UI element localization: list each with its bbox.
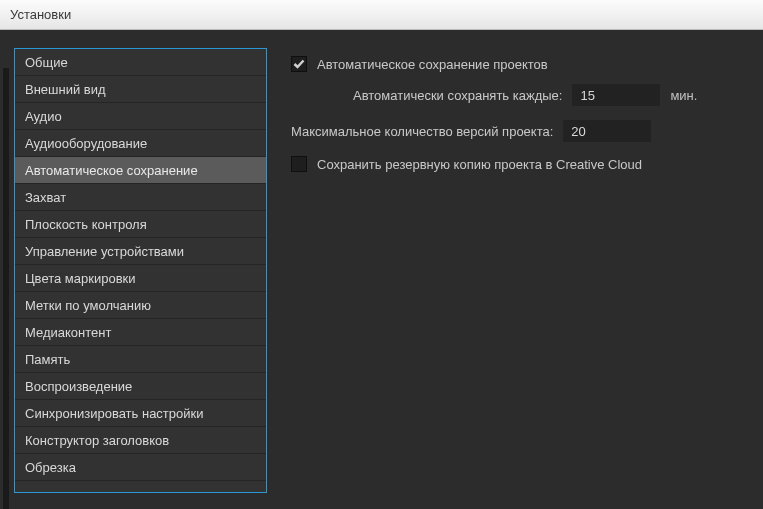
interval-unit: мин. [670,88,697,103]
sidebar-item-label: Аудиооборудование [25,136,147,151]
sidebar-item[interactable]: Аудиооборудование [15,130,266,157]
sidebar-item-label: Плоскость контроля [25,217,147,232]
autosave-checkbox[interactable] [291,56,307,72]
versions-input[interactable] [563,120,651,142]
sidebar-item[interactable]: Цвета маркировки [15,265,266,292]
sidebar-item[interactable]: Управление устройствами [15,238,266,265]
interval-label: Автоматически сохранять каждые: [353,88,562,103]
preferences-window: Установки ОбщиеВнешний видАудиоАудиообор… [0,0,763,509]
autosave-row: Автоматическое сохранение проектов [291,56,749,72]
sidebar-item-label: Синхронизировать настройки [25,406,204,421]
autosave-label: Автоматическое сохранение проектов [317,57,548,72]
sidebar-item-label: Общие [25,55,68,70]
sidebar-item-label: Память [25,352,70,367]
sidebar-item[interactable]: Автоматическое сохранение [15,157,266,184]
sidebar-item-label: Управление устройствами [25,244,184,259]
sidebar-item[interactable]: Внешний вид [15,76,266,103]
sidebar-item-label: Автоматическое сохранение [25,163,198,178]
sidebar-item[interactable]: Синхронизировать настройки [15,400,266,427]
sidebar-item-label: Метки по умолчанию [25,298,151,313]
sidebar-item-label: Аудио [25,109,62,124]
versions-label: Максимальное количество версий проекта: [291,124,553,139]
sidebar-item-label: Внешний вид [25,82,106,97]
sidebar-item[interactable]: Обрезка [15,454,266,481]
sidebar-item[interactable]: Метки по умолчанию [15,292,266,319]
sidebar-item[interactable]: Воспроизведение [15,373,266,400]
backup-cloud-label: Сохранить резервную копию проекта в Crea… [317,157,642,172]
sidebar-item[interactable]: Плоскость контроля [15,211,266,238]
sidebar-item[interactable]: Захват [15,184,266,211]
interval-input[interactable] [572,84,660,106]
sidebar-item[interactable]: Общие [15,49,266,76]
main-panel: Автоматическое сохранение проектов Автом… [279,48,749,509]
sidebar-item[interactable]: Аудио [15,103,266,130]
sidebar-item-label: Воспроизведение [25,379,132,394]
backup-cloud-checkbox[interactable] [291,156,307,172]
versions-row: Максимальное количество версий проекта: [291,120,749,142]
sidebar-item-label: Захват [25,190,66,205]
sidebar-item[interactable]: Медиаконтент [15,319,266,346]
sidebar: ОбщиеВнешний видАудиоАудиооборудованиеАв… [14,48,267,493]
sidebar-item-label: Медиаконтент [25,325,111,340]
interval-row: Автоматически сохранять каждые: мин. [291,84,749,106]
window-title: Установки [10,7,71,22]
sidebar-item-label: Обрезка [25,460,76,475]
backup-row: Сохранить резервную копию проекта в Crea… [291,156,749,172]
sidebar-item[interactable]: Память [15,346,266,373]
sidebar-item-label: Конструктор заголовков [25,433,169,448]
sidebar-item-label: Цвета маркировки [25,271,136,286]
content-area: ОбщиеВнешний видАудиоАудиооборудованиеАв… [0,30,763,509]
sidebar-item[interactable]: Конструктор заголовков [15,427,266,454]
titlebar: Установки [0,0,763,30]
